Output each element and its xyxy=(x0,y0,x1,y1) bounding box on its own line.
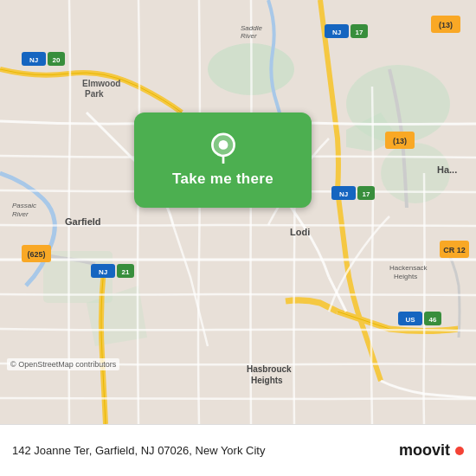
address-text: 142 Joanne Ter, Garfield, NJ 07026, New … xyxy=(12,444,399,457)
take-me-there-button[interactable]: Take me there xyxy=(134,113,312,208)
svg-text:Elmwood: Elmwood xyxy=(82,79,120,88)
svg-point-50 xyxy=(218,140,228,150)
svg-text:Garfield: Garfield xyxy=(65,216,101,227)
svg-text:17: 17 xyxy=(356,29,363,36)
location-pin-icon xyxy=(208,132,239,164)
svg-text:(13): (13) xyxy=(393,137,407,145)
svg-text:NJ: NJ xyxy=(29,56,38,64)
svg-text:Passaic: Passaic xyxy=(12,202,36,209)
osm-attribution: © OpenStreetMap contributors xyxy=(7,358,119,370)
svg-text:NJ: NJ xyxy=(99,268,107,276)
svg-text:Hackensack: Hackensack xyxy=(389,264,428,272)
moovit-dot-icon xyxy=(455,447,464,455)
svg-text:21: 21 xyxy=(122,268,130,276)
svg-text:Lodi: Lodi xyxy=(290,227,310,237)
svg-text:46: 46 xyxy=(429,316,437,324)
svg-text:NJ: NJ xyxy=(332,29,341,36)
svg-text:US: US xyxy=(405,316,415,324)
svg-text:Saddle: Saddle xyxy=(241,24,262,32)
bottom-bar: 142 Joanne Ter, Garfield, NJ 07026, New … xyxy=(0,424,476,476)
svg-text:River: River xyxy=(12,210,29,218)
svg-text:(13): (13) xyxy=(439,21,453,29)
svg-text:20: 20 xyxy=(53,56,61,64)
map-container: NJ 20 NJ 17 NJ 17 (13) (13) NJ 21 US 46 … xyxy=(0,0,476,424)
svg-text:Ha...: Ha... xyxy=(437,164,457,175)
moovit-logo: moovit xyxy=(399,441,464,460)
svg-text:Heights: Heights xyxy=(251,376,283,385)
svg-text:Heights: Heights xyxy=(394,273,417,280)
svg-text:River: River xyxy=(241,32,257,40)
svg-text:Hasbrouck: Hasbrouck xyxy=(247,364,292,374)
svg-text:NJ: NJ xyxy=(339,190,348,198)
svg-text:Park: Park xyxy=(85,89,104,99)
take-me-there-label: Take me there xyxy=(172,170,273,188)
svg-text:(625): (625) xyxy=(27,250,45,259)
moovit-brand-text: moovit xyxy=(399,441,450,460)
svg-text:CR 12: CR 12 xyxy=(443,246,466,254)
svg-text:17: 17 xyxy=(363,190,370,198)
